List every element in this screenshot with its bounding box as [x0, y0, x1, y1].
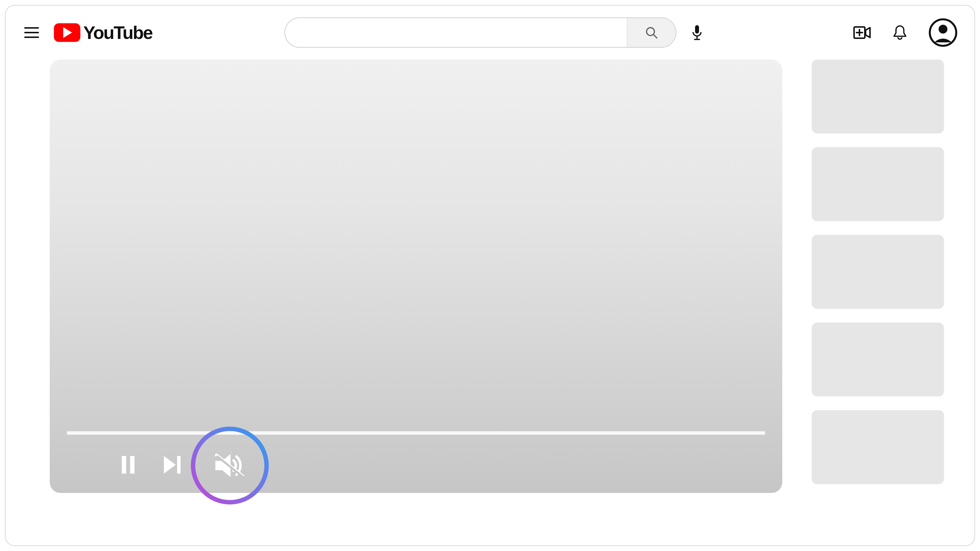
notifications-button[interactable]	[891, 24, 909, 41]
bell-icon	[893, 24, 907, 41]
search-area	[285, 17, 707, 48]
svg-rect-18	[177, 456, 181, 473]
svg-rect-1	[24, 32, 39, 33]
svg-rect-15	[122, 456, 126, 473]
search-input[interactable]	[285, 18, 627, 47]
recommended-video-thumbnail[interactable]	[812, 147, 944, 221]
player-controls	[50, 437, 782, 493]
recommended-video-thumbnail[interactable]	[812, 322, 944, 397]
volume-muted-icon	[214, 452, 246, 479]
progress-bar[interactable]	[67, 431, 765, 435]
recommended-video-thumbnail[interactable]	[812, 410, 944, 484]
hamburger-menu-button[interactable]	[23, 24, 40, 41]
app-window: YouTube	[5, 5, 975, 546]
voice-search-button[interactable]	[687, 23, 707, 42]
youtube-logo[interactable]: YouTube	[54, 22, 152, 43]
search-icon	[644, 26, 658, 40]
svg-line-5	[654, 35, 657, 38]
svg-marker-10	[865, 28, 870, 38]
create-video-icon	[853, 26, 871, 39]
account-avatar[interactable]	[929, 18, 957, 47]
youtube-logo-mark-icon	[54, 23, 80, 42]
svg-marker-17	[164, 456, 176, 473]
next-track-icon	[163, 456, 181, 473]
main-content	[6, 59, 974, 493]
microphone-icon	[692, 25, 702, 40]
svg-rect-2	[24, 37, 39, 38]
mute-button[interactable]	[214, 449, 246, 481]
pause-button[interactable]	[118, 455, 138, 475]
hamburger-icon	[24, 27, 39, 38]
user-avatar-icon	[929, 18, 957, 47]
youtube-logo-text: YouTube	[83, 22, 152, 43]
search-box	[285, 17, 676, 48]
svg-rect-16	[130, 456, 135, 473]
player-column	[50, 59, 782, 493]
header-actions	[853, 6, 957, 59]
search-button[interactable]	[627, 18, 676, 47]
header-bar: YouTube	[6, 6, 974, 59]
pause-icon	[120, 456, 136, 473]
svg-rect-6	[695, 25, 699, 33]
next-button[interactable]	[162, 455, 182, 475]
recommended-video-thumbnail[interactable]	[812, 59, 944, 133]
svg-rect-0	[24, 27, 39, 29]
recommendations-column	[812, 59, 944, 493]
svg-point-14	[939, 25, 947, 33]
video-player[interactable]	[50, 59, 782, 493]
create-button[interactable]	[853, 24, 871, 41]
svg-marker-3	[63, 27, 72, 38]
recommended-video-thumbnail[interactable]	[812, 235, 944, 309]
